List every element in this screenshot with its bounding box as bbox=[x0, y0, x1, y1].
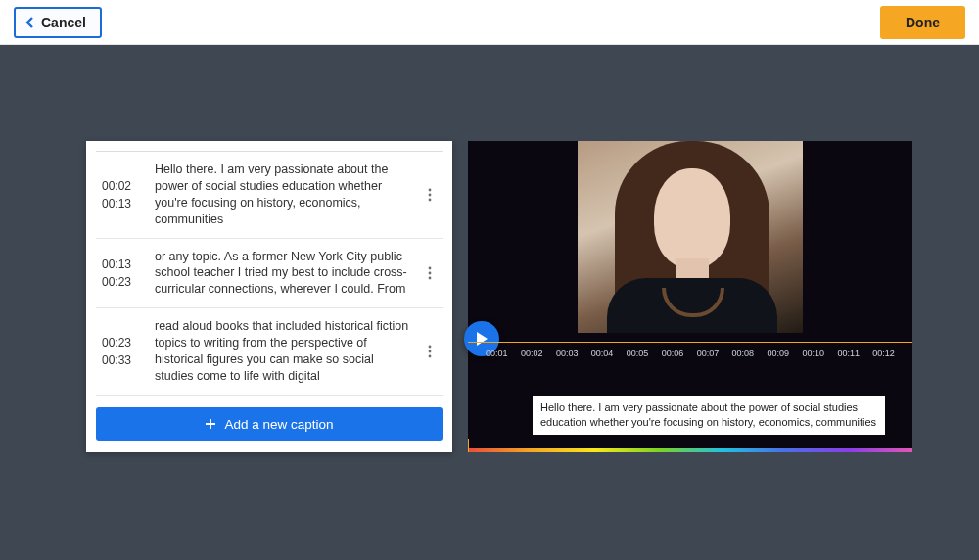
tick: 00:07 bbox=[697, 349, 720, 358]
tick: 00:06 bbox=[662, 349, 684, 358]
caption-start: 00:13 bbox=[102, 256, 141, 273]
caption-more-button[interactable] bbox=[423, 345, 437, 358]
caption-start: 00:02 bbox=[102, 177, 141, 195]
caption-text[interactable]: Hello there. I am very passionate about … bbox=[155, 162, 409, 228]
more-vertical-icon bbox=[428, 188, 432, 202]
tick: 00:12 bbox=[872, 349, 895, 358]
caption-times: 00:02 00:13 bbox=[102, 177, 141, 212]
tick: 00:03 bbox=[556, 349, 579, 358]
tick: 00:01 bbox=[486, 349, 508, 358]
cancel-label: Cancel bbox=[41, 15, 86, 30]
caption-editor-panel: 00:02 00:13 Hello there. I am very passi… bbox=[86, 141, 452, 452]
caption-start: 00:23 bbox=[102, 334, 141, 351]
caption-end: 00:33 bbox=[102, 351, 141, 369]
svg-point-1 bbox=[429, 193, 432, 196]
caption-row[interactable]: 00:33 00:44 tools. This book includes re… bbox=[96, 396, 443, 397]
caption-more-button[interactable] bbox=[423, 266, 437, 280]
tick: 00:11 bbox=[837, 349, 860, 358]
timeline-track[interactable] bbox=[468, 448, 912, 452]
svg-point-0 bbox=[429, 188, 432, 191]
tick: 00:05 bbox=[627, 349, 649, 358]
svg-point-4 bbox=[429, 271, 432, 274]
tick: 00:08 bbox=[732, 349, 755, 358]
svg-point-2 bbox=[429, 198, 432, 201]
caption-more-button[interactable] bbox=[423, 188, 437, 202]
workspace: 00:02 00:13 Hello there. I am very passi… bbox=[0, 45, 979, 560]
svg-point-5 bbox=[429, 276, 432, 279]
video-preview-panel: 00:01 00:02 00:03 00:04 00:05 00:06 00:0… bbox=[468, 141, 912, 452]
svg-point-7 bbox=[429, 350, 432, 352]
caption-end: 00:23 bbox=[102, 273, 141, 291]
caption-times: 00:13 00:23 bbox=[102, 256, 141, 291]
svg-point-6 bbox=[429, 345, 432, 348]
add-caption-button[interactable]: Add a new caption bbox=[96, 407, 443, 441]
more-vertical-icon bbox=[428, 345, 432, 358]
person-face bbox=[654, 168, 730, 268]
video-frame bbox=[578, 141, 803, 333]
done-button[interactable]: Done bbox=[880, 6, 965, 39]
caption-end: 00:13 bbox=[102, 195, 141, 212]
svg-point-3 bbox=[429, 266, 432, 269]
plus-icon bbox=[205, 418, 216, 430]
tick: 00:04 bbox=[591, 349, 614, 358]
caption-text[interactable]: or any topic. As a former New York City … bbox=[155, 249, 409, 299]
caption-list: 00:02 00:13 Hello there. I am very passi… bbox=[96, 151, 443, 397]
tick: 00:09 bbox=[768, 349, 790, 358]
caption-row[interactable]: 00:02 00:13 Hello there. I am very passi… bbox=[96, 152, 443, 239]
caption-times: 00:23 00:33 bbox=[102, 334, 141, 369]
timeline-ticks: 00:01 00:02 00:03 00:04 00:05 00:06 00:0… bbox=[468, 343, 912, 358]
svg-point-8 bbox=[429, 354, 432, 357]
caption-text[interactable]: read aloud books that included historica… bbox=[155, 318, 409, 385]
more-vertical-icon bbox=[428, 266, 432, 280]
chevron-left-icon bbox=[25, 16, 35, 29]
cancel-button[interactable]: Cancel bbox=[14, 7, 102, 38]
caption-row[interactable]: 00:13 00:23 or any topic. As a former Ne… bbox=[96, 239, 443, 309]
tick: 00:10 bbox=[802, 349, 824, 358]
tick: 00:02 bbox=[521, 349, 543, 358]
add-caption-label: Add a new caption bbox=[224, 417, 333, 432]
caption-preview: Hello there. I am very passionate about … bbox=[533, 396, 885, 435]
timeline[interactable]: 00:01 00:02 00:03 00:04 00:05 00:06 00:0… bbox=[468, 342, 912, 363]
top-bar: Cancel Done bbox=[0, 0, 979, 45]
caption-row[interactable]: 00:23 00:33 read aloud books that includ… bbox=[96, 308, 443, 396]
